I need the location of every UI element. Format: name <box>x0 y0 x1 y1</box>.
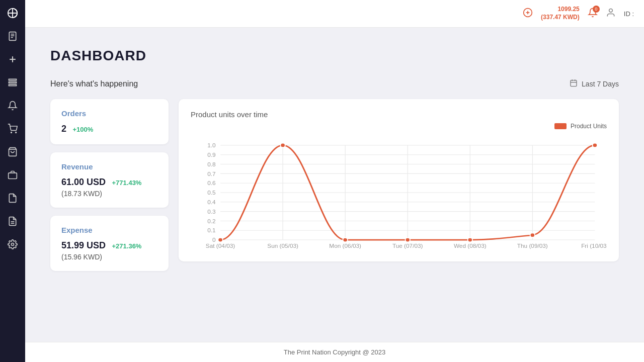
main-content: 1099.25 (337.47 KWD) 0 ID : DASHBOARD He… <box>25 0 644 362</box>
svg-text:Wed (08/03): Wed (08/03) <box>454 243 487 248</box>
orders-value-row: 2 +100% <box>61 124 157 134</box>
dashboard-icon[interactable] <box>6 6 20 20</box>
user-id-label: ID : <box>624 10 634 18</box>
svg-point-67 <box>593 143 597 147</box>
svg-point-66 <box>530 233 535 237</box>
footer-text: The Print Nation Copyright @ 2023 <box>284 348 386 356</box>
expense-title: Expense <box>61 226 157 234</box>
svg-text:Tue (07/03): Tue (07/03) <box>392 243 423 248</box>
svg-text:Fri (10/03): Fri (10/03) <box>581 243 607 248</box>
chart-title: Product units over time <box>191 110 607 119</box>
svg-point-12 <box>11 132 12 133</box>
chart-container: .grid-line { stroke: #e8e8e8; stroke-wid… <box>191 135 607 250</box>
topbar: 1099.25 (337.47 KWD) 0 ID : <box>25 0 644 28</box>
svg-point-22 <box>609 9 612 12</box>
orders-card: Orders 2 +100% <box>50 99 169 144</box>
svg-rect-10 <box>9 82 17 83</box>
report-icon[interactable] <box>6 214 20 228</box>
svg-point-65 <box>468 238 472 242</box>
expense-sub: (15.96 KWD) <box>61 253 157 261</box>
svg-rect-11 <box>9 84 17 86</box>
footer: The Print Nation Copyright @ 2023 <box>25 342 644 362</box>
orders-title: Orders <box>61 109 157 118</box>
chart-svg: .grid-line { stroke: #e8e8e8; stroke-wid… <box>191 135 607 250</box>
chart-card: Product units over time Product Units .g… <box>179 99 619 261</box>
shop-icon[interactable] <box>6 145 20 159</box>
sidebar <box>0 0 25 362</box>
svg-point-13 <box>16 132 17 133</box>
document-icon[interactable] <box>6 29 20 43</box>
legend-label: Product Units <box>571 123 607 130</box>
svg-rect-23 <box>571 80 577 86</box>
svg-text:Sat (04/03): Sat (04/03) <box>206 243 235 248</box>
orders-value: 2 <box>61 124 66 134</box>
svg-text:0.5: 0.5 <box>207 190 215 196</box>
chart-legend: Product Units <box>191 123 607 130</box>
add-circle-icon[interactable] <box>523 8 533 20</box>
svg-text:0.3: 0.3 <box>207 209 215 214</box>
svg-text:0.1: 0.1 <box>207 228 215 233</box>
notification-icon[interactable]: 0 <box>588 8 598 20</box>
bell-icon[interactable] <box>6 99 20 113</box>
svg-text:0.9: 0.9 <box>207 152 215 158</box>
legend-color-swatch <box>554 123 567 129</box>
svg-point-61 <box>218 238 222 242</box>
plus-icon[interactable] <box>6 52 20 66</box>
svg-text:Thu (09/03): Thu (09/03) <box>517 243 548 248</box>
settings-icon[interactable] <box>6 237 20 251</box>
revenue-card: Revenue 61.00 USD +771.43% (18.73 KWD) <box>50 152 169 208</box>
svg-text:0.6: 0.6 <box>207 180 215 186</box>
svg-text:Mon (06/03): Mon (06/03) <box>329 243 361 248</box>
section-header: Here's what's happening Last 7 Days <box>50 79 619 89</box>
revenue-change: +771.43% <box>112 179 142 187</box>
svg-point-64 <box>405 238 410 242</box>
svg-point-63 <box>343 238 347 242</box>
section-subtitle: Here's what's happening <box>50 79 138 88</box>
svg-text:0.7: 0.7 <box>207 171 215 176</box>
user-icon[interactable] <box>606 8 616 20</box>
svg-text:0: 0 <box>212 237 216 243</box>
menu-icon[interactable] <box>6 75 20 89</box>
svg-text:Sun (05/03): Sun (05/03) <box>267 243 298 248</box>
svg-text:0.8: 0.8 <box>207 161 215 167</box>
svg-rect-9 <box>9 79 17 80</box>
svg-text:1.0: 1.0 <box>207 143 215 148</box>
orders-change: +100% <box>72 126 93 133</box>
svg-point-18 <box>12 243 14 246</box>
cart-icon[interactable] <box>6 122 20 136</box>
briefcase-icon[interactable] <box>6 168 20 182</box>
date-filter[interactable]: Last 7 Days <box>570 79 619 89</box>
cards-column: Orders 2 +100% Revenue 61.00 USD +771.43… <box>50 99 169 271</box>
content-area: DASHBOARD Here's what's happening Last 7… <box>25 28 644 342</box>
svg-text:0.2: 0.2 <box>207 218 215 224</box>
svg-rect-15 <box>9 173 17 179</box>
svg-point-62 <box>280 143 285 147</box>
expense-change: +271.36% <box>112 242 142 250</box>
revenue-value-row: 61.00 USD +771.43% <box>61 177 157 188</box>
dashboard-row: Orders 2 +100% Revenue 61.00 USD +771.43… <box>50 99 619 271</box>
revenue-sub: (18.73 KWD) <box>61 190 157 198</box>
revenue-title: Revenue <box>61 162 157 171</box>
revenue-value: 61.00 USD <box>61 177 106 187</box>
expense-value-row: 51.99 USD +271.36% <box>61 240 157 251</box>
calendar-icon <box>570 79 578 89</box>
notification-badge: 0 <box>593 6 600 13</box>
file-icon[interactable] <box>6 191 20 205</box>
expense-value: 51.99 USD <box>61 240 106 250</box>
svg-text:0.4: 0.4 <box>207 200 215 205</box>
page-title: DASHBOARD <box>50 48 619 64</box>
expense-card: Expense 51.99 USD +271.36% (15.96 KWD) <box>50 216 169 271</box>
balance-display: 1099.25 (337.47 KWD) <box>541 6 580 21</box>
date-filter-label: Last 7 Days <box>582 80 619 88</box>
